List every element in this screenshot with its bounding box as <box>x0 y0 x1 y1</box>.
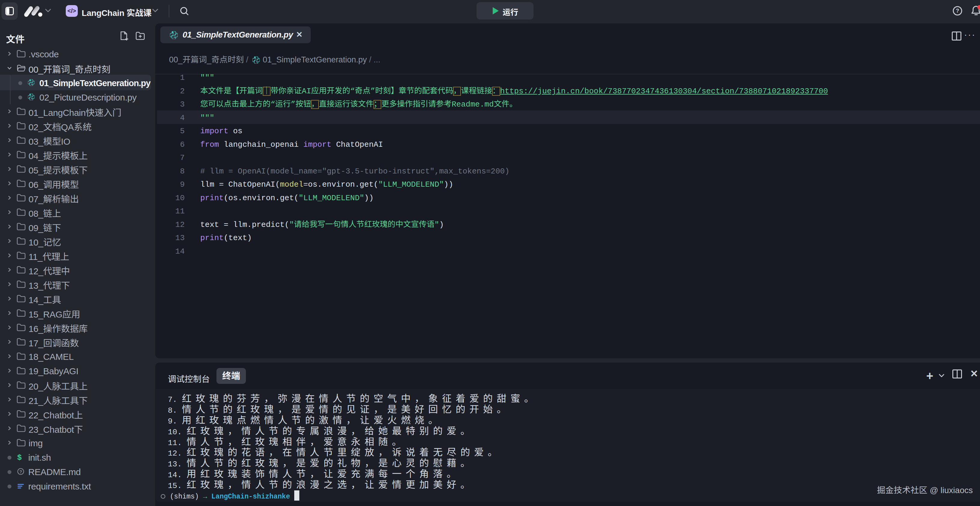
svg-text:?: ? <box>19 469 22 474</box>
svg-text:?: ? <box>956 8 959 14</box>
